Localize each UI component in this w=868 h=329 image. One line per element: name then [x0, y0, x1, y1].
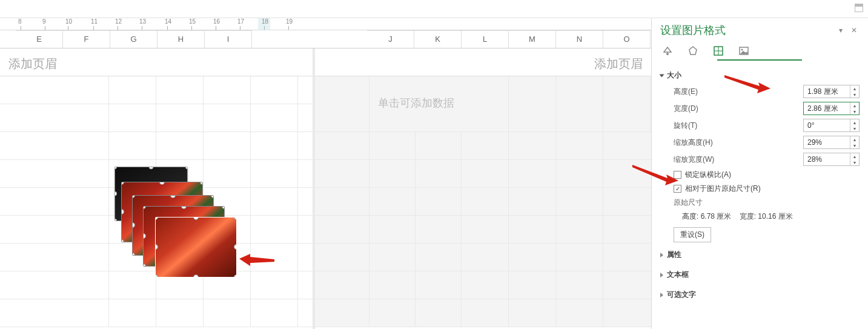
effects-icon[interactable]	[686, 44, 700, 58]
formula-bar	[0, 0, 868, 18]
column-header-H[interactable]: H	[157, 30, 205, 48]
properties-section-header[interactable]: 属性	[660, 247, 860, 262]
spin-up-icon[interactable]: ▲	[850, 85, 859, 91]
column-header-N[interactable]: N	[556, 30, 603, 48]
image-selection-group[interactable]	[110, 164, 244, 291]
scale-width-input[interactable]	[804, 153, 850, 165]
scale-height-label: 缩放高度(H)	[674, 138, 803, 148]
svg-point-5	[741, 49, 743, 51]
resize-handle[interactable]	[193, 274, 199, 277]
page-right: 添加页眉 单击可添加数据	[315, 48, 651, 329]
svg-marker-7	[632, 165, 678, 185]
panel-options-icon[interactable]: ▾	[839, 26, 847, 35]
spin-down-icon[interactable]: ▼	[850, 91, 859, 98]
annotation-arrow-3	[631, 164, 680, 188]
click-to-add-data[interactable]: 单击可添加数据	[369, 76, 509, 131]
spin-up-icon[interactable]: ▲	[850, 153, 859, 159]
scale-width-spinner[interactable]: ▲▼	[803, 153, 860, 166]
picture-5[interactable]	[155, 217, 237, 277]
chevron-right-icon	[660, 273, 663, 277]
height-spinner[interactable]: ▲▼	[803, 85, 860, 98]
formula-expand-icon[interactable]	[855, 4, 863, 12]
relative-original-label: 相对于图片原始尺寸(R)	[685, 184, 761, 194]
column-header-F[interactable]: F	[63, 30, 110, 48]
alttext-section-header[interactable]: 可选文字	[660, 287, 860, 302]
svg-marker-6	[724, 75, 770, 93]
chevron-right-icon	[660, 253, 663, 258]
spin-down-icon[interactable]: ▼	[850, 159, 859, 165]
svg-marker-0	[239, 254, 274, 266]
grid-right: 单击可添加数据	[315, 76, 651, 329]
page-left: 添加页眉	[0, 48, 315, 329]
column-header-J[interactable]: J	[367, 30, 414, 48]
scale-height-input[interactable]	[804, 136, 850, 148]
column-header-O[interactable]: O	[603, 30, 651, 48]
original-height: 高度: 6.78 厘米	[682, 212, 731, 221]
spin-down-icon[interactable]: ▼	[850, 125, 859, 131]
svg-point-1	[666, 53, 669, 55]
spin-up-icon[interactable]: ▲	[850, 102, 859, 108]
header-placeholder[interactable]: 添加页眉	[0, 48, 313, 76]
column-header-K[interactable]: K	[414, 30, 462, 48]
column-header-G[interactable]: G	[110, 30, 157, 48]
textbox-section-header[interactable]: 文本框	[660, 267, 860, 282]
scale-height-spinner[interactable]: ▲▼	[803, 136, 860, 149]
width-label: 宽度(D)	[674, 104, 803, 114]
height-input[interactable]	[804, 85, 850, 98]
rotate-label: 旋转(T)	[674, 121, 803, 131]
chevron-down-icon	[660, 74, 664, 77]
column-header-E[interactable]: E	[16, 30, 63, 48]
lock-aspect-label: 锁定纵横比(A)	[685, 170, 731, 180]
rotate-input[interactable]	[804, 119, 850, 131]
scale-width-label: 缩放宽度(W)	[674, 155, 803, 165]
width-spinner[interactable]: ▲▼	[803, 102, 860, 115]
resize-handle[interactable]	[234, 274, 237, 277]
size-section-title: 大小	[667, 70, 681, 81]
header-placeholder-right[interactable]: 添加页眉	[315, 48, 651, 76]
original-width: 宽度: 10.16 厘米	[740, 212, 793, 221]
properties-title: 属性	[667, 250, 681, 260]
fill-line-icon[interactable]	[660, 44, 675, 58]
column-header-L[interactable]: L	[462, 30, 509, 48]
spin-up-icon[interactable]: ▲	[850, 119, 859, 125]
close-icon[interactable]: ✕	[851, 26, 860, 35]
annotation-arrow-2	[723, 74, 772, 96]
panel-title: 设置图片格式	[660, 23, 726, 38]
original-size-label: 原始尺寸	[660, 196, 860, 210]
svg-marker-2	[689, 47, 697, 55]
picture-icon[interactable]	[737, 44, 751, 58]
textbox-title: 文本框	[667, 270, 689, 280]
spin-down-icon[interactable]: ▼	[850, 142, 859, 148]
rotate-spinner[interactable]: ▲▼	[803, 119, 860, 132]
panel-tabs	[652, 41, 868, 59]
spin-down-icon[interactable]: ▼	[850, 108, 859, 115]
column-header-I[interactable]: I	[205, 30, 252, 48]
column-header-M[interactable]: M	[509, 30, 556, 48]
spin-up-icon[interactable]: ▲	[850, 136, 859, 142]
width-input[interactable]	[804, 102, 850, 115]
chevron-right-icon	[660, 293, 663, 297]
reset-button[interactable]: 重设(S)	[674, 227, 711, 242]
annotation-arrow-1	[239, 251, 276, 270]
tab-underline	[717, 59, 802, 61]
size-properties-icon[interactable]	[711, 44, 726, 58]
format-picture-panel: 设置图片格式 ▾ ✕ 大小 高度(E) ▲▼ 宽度(D) ▲▼ 旋转(T) ▲▼	[651, 18, 868, 329]
alttext-title: 可选文字	[667, 290, 696, 300]
resize-handle[interactable]	[234, 244, 237, 250]
